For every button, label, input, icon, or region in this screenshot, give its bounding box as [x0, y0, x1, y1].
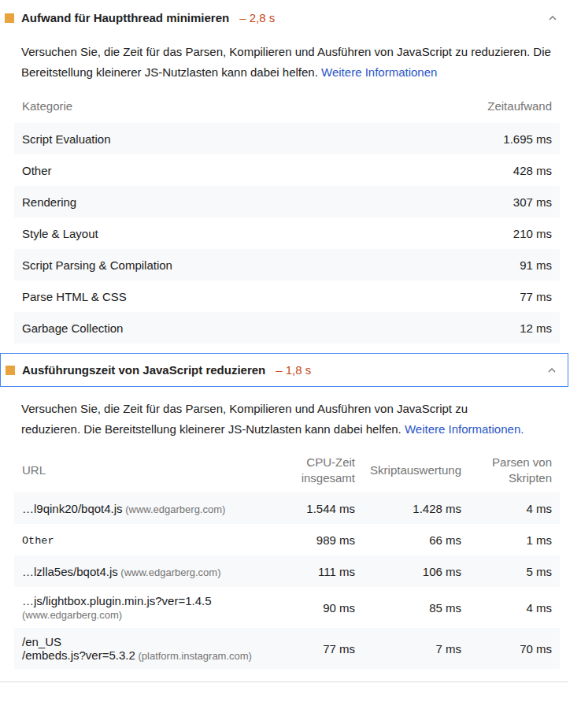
url-domain: (www.edgarberg.com)	[22, 609, 122, 621]
column-header-script-parse: Parsen von Skripten	[461, 455, 552, 486]
url-cell: /en_US /embeds.js?ver=5.3.2 (platform.in…	[22, 635, 284, 662]
column-header-script-evaluation: Skriptauswertung	[355, 462, 461, 478]
time-value: 210 ms	[513, 227, 552, 240]
url-cell: …l9qink20/bqot4.js (www.edgarberg.com)	[22, 502, 284, 515]
category-label: Parse HTML & CSS	[22, 290, 127, 303]
script-evaluation-value: 7 ms	[355, 642, 461, 656]
average-score-icon	[5, 13, 14, 23]
chevron-up-icon	[547, 367, 557, 373]
audit-savings-value: – 1,8 s	[276, 363, 311, 377]
table-row: …lzlla5es/bqot4.js (www.edgarberg.com)11…	[14, 555, 560, 587]
category-label: Garbage Collection	[22, 321, 123, 335]
audit-title: Ausführungszeit von JavaScript reduziere…	[22, 363, 265, 377]
total-cpu-value: 1.544 ms	[284, 502, 355, 515]
column-header-time: Zeitaufwand	[487, 99, 552, 113]
audit-header-main-thread[interactable]: Aufwand für Hauptthread minimieren – 2,8…	[0, 6, 568, 29]
audit-header-js-execution[interactable]: Ausführungszeit von JavaScript reduziere…	[0, 353, 568, 387]
table-row: …js/lightbox.plugin.min.js?ver=1.4.5 (ww…	[14, 587, 560, 628]
url-path: /en_US /embeds.js?ver=5.3.2	[22, 635, 135, 662]
script-evaluation-value: 85 ms	[355, 601, 461, 615]
total-cpu-value: 111 ms	[284, 565, 355, 578]
time-value: 1.695 ms	[503, 132, 552, 146]
url-cell: Other	[22, 533, 284, 547]
table-row: Other989 ms66 ms1 ms	[14, 524, 560, 555]
url-timings-table-body: …l9qink20/bqot4.js (www.edgarberg.com)1.…	[14, 492, 560, 669]
chevron-up-icon	[548, 15, 557, 21]
table-row: Script Parsing & Compilation91 ms	[14, 249, 560, 280]
url-path: …lzlla5es/bqot4.js	[22, 565, 118, 578]
categories-table-header: Kategorie Zeitaufwand	[14, 89, 560, 123]
time-value: 428 ms	[513, 164, 552, 177]
category-label: Other	[22, 164, 52, 177]
learn-more-link[interactable]: Weitere Informationen	[321, 65, 437, 79]
url-path: Other	[22, 535, 54, 547]
category-label: Style & Layout	[22, 227, 98, 240]
url-timings-table: URL CPU-Zeit insgesamt Skriptauswertung …	[14, 448, 560, 669]
column-header-category: Kategorie	[22, 99, 487, 113]
url-domain: (www.edgarberg.com)	[118, 566, 221, 578]
column-header-total-cpu: CPU-Zeit insgesamt	[284, 455, 355, 486]
url-path: …l9qink20/bqot4.js	[22, 502, 123, 515]
total-cpu-value: 77 ms	[284, 642, 355, 656]
categories-table: Kategorie Zeitaufwand Script Evaluation1…	[14, 89, 560, 344]
categories-table-body: Script Evaluation1.695 msOther428 msRend…	[14, 123, 560, 344]
column-header-url: URL	[22, 462, 284, 478]
section-divider	[0, 682, 568, 682]
audit-section-main-thread: Aufwand für Hauptthread minimieren – 2,8…	[0, 6, 581, 344]
average-score-icon	[6, 366, 15, 375]
table-row: Script Evaluation1.695 ms	[14, 123, 560, 154]
script-evaluation-value: 66 ms	[355, 533, 461, 547]
category-label: Script Evaluation	[22, 132, 111, 146]
script-evaluation-value: 1.428 ms	[355, 502, 461, 515]
time-value: 307 ms	[513, 195, 552, 209]
table-row: Parse HTML & CSS77 ms	[14, 280, 560, 312]
url-path: …js/lightbox.plugin.min.js?ver=1.4.5	[22, 594, 212, 607]
script-parse-value: 4 ms	[461, 502, 552, 515]
table-row: Rendering307 ms	[14, 186, 560, 217]
table-row: …l9qink20/bqot4.js (www.edgarberg.com)1.…	[14, 492, 560, 524]
learn-more-link[interactable]: Weitere Informationen.	[405, 422, 524, 436]
category-label: Script Parsing & Compilation	[22, 258, 172, 272]
url-timings-table-header: URL CPU-Zeit insgesamt Skriptauswertung …	[14, 448, 560, 492]
time-value: 91 ms	[520, 258, 552, 272]
time-value: 77 ms	[520, 290, 552, 303]
script-parse-value: 70 ms	[461, 642, 552, 656]
audit-title: Aufwand für Hauptthread minimieren	[21, 11, 229, 24]
script-parse-value: 4 ms	[461, 601, 552, 615]
audit-description: Versuchen Sie, die Zeit für das Parsen, …	[21, 42, 572, 83]
table-row: Style & Layout210 ms	[14, 217, 560, 249]
total-cpu-value: 989 ms	[284, 533, 355, 547]
category-label: Rendering	[22, 195, 76, 209]
url-cell: …js/lightbox.plugin.min.js?ver=1.4.5 (ww…	[22, 594, 284, 621]
total-cpu-value: 90 ms	[284, 601, 355, 615]
table-row: Garbage Collection12 ms	[14, 312, 560, 344]
script-evaluation-value: 106 ms	[355, 565, 461, 578]
table-row: Other428 ms	[14, 154, 560, 186]
url-domain: (platform.instagram.com)	[135, 650, 252, 662]
url-domain: (www.edgarberg.com)	[123, 503, 226, 515]
time-value: 12 ms	[520, 321, 552, 335]
audit-section-js-execution: Ausführungszeit von JavaScript reduziere…	[0, 353, 581, 669]
url-cell: …lzlla5es/bqot4.js (www.edgarberg.com)	[22, 565, 284, 578]
table-row: /en_US /embeds.js?ver=5.3.2 (platform.in…	[14, 628, 560, 669]
audit-savings-value: – 2,8 s	[239, 11, 275, 24]
description-text: Versuchen Sie, die Zeit für das Parsen, …	[21, 45, 551, 79]
description-text: Versuchen Sie, die Zeit für das Parsen, …	[21, 402, 468, 436]
audit-description: Versuchen Sie, die Zeit für das Parsen, …	[21, 399, 525, 440]
lighthouse-report: Aufwand für Hauptthread minimieren – 2,8…	[0, 6, 581, 728]
script-parse-value: 5 ms	[461, 565, 552, 578]
script-parse-value: 1 ms	[461, 533, 552, 547]
